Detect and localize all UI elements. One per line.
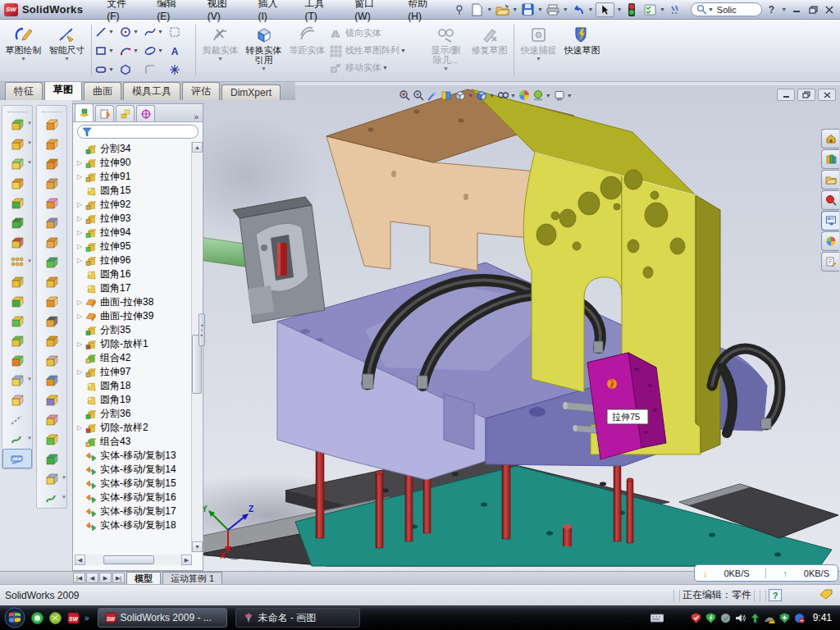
- tool-draft-analysis[interactable]: [37, 173, 66, 193]
- hide-show-items-icon[interactable]: ▼: [497, 89, 517, 102]
- sketch-tool-marquee[interactable]: [168, 22, 193, 41]
- apply-scene-icon[interactable]: ▼: [532, 89, 552, 102]
- tool-construction-line[interactable]: [2, 409, 32, 429]
- scroll-left-button[interactable]: ◀: [75, 555, 85, 565]
- slot-dropdown[interactable]: ▼: [108, 66, 114, 72]
- checker-dropdown[interactable]: ▼: [660, 7, 665, 12]
- tray-updates-icon[interactable]: [720, 613, 731, 623]
- tool-parting-line[interactable]: [37, 212, 66, 232]
- fillet-dropdown[interactable]: ▼: [27, 160, 32, 165]
- sketch-draw-dropdown[interactable]: ▼: [21, 56, 26, 62]
- tool-deform[interactable]: [37, 409, 66, 429]
- open-icon[interactable]: [494, 2, 510, 17]
- tab-scroll-last[interactable]: ▶|: [112, 573, 125, 583]
- tree-item[interactable]: ▷切除-放样2: [73, 421, 204, 435]
- taskpane-solidworks-resources[interactable]: [821, 129, 839, 148]
- tab-scroll-next[interactable]: ▶: [99, 573, 112, 583]
- tray-sync-icon[interactable]: [794, 613, 805, 623]
- tool-shut-off-surface[interactable]: [37, 252, 66, 272]
- move-entities-button[interactable]: 移动实体▼: [329, 59, 424, 76]
- expand-arrow-icon[interactable]: ▷: [77, 173, 85, 180]
- linear-pattern-dropdown[interactable]: ▼: [27, 258, 32, 263]
- trim-entities-dropdown[interactable]: ▼: [217, 56, 223, 62]
- hscroll-thumb[interactable]: [103, 555, 154, 564]
- command-tab[interactable]: 特征: [5, 82, 43, 100]
- smart-dimension-button[interactable]: 智能尺寸▼: [45, 21, 89, 80]
- tool-lofted-boss[interactable]: [2, 193, 32, 212]
- repair-sketch-button[interactable]: 修复草图: [468, 21, 511, 80]
- tree-item[interactable]: ▷曲面-拉伸38: [73, 295, 204, 309]
- quicklaunch-solidworks-icon[interactable]: SW: [67, 612, 80, 624]
- tree-item[interactable]: ▷切除-放样1: [73, 337, 204, 351]
- tree-item[interactable]: 分割34: [73, 142, 204, 156]
- tree-item[interactable]: 实体-移动/复制17: [73, 504, 204, 518]
- help-icon[interactable]: ?: [763, 2, 779, 17]
- tab-configuration-manager[interactable]: [116, 105, 135, 121]
- tool-ruled-surface[interactable]: [37, 153, 66, 173]
- tree-item[interactable]: ▷拉伸91: [73, 170, 204, 184]
- edit-appearance-icon[interactable]: [518, 89, 531, 102]
- tool-spline-green[interactable]: ▼: [37, 488, 66, 508]
- doc-minimize-button[interactable]: [777, 89, 795, 101]
- sketch-tool-line[interactable]: ▼: [94, 22, 119, 41]
- tab-scroll-prev[interactable]: ◀: [86, 573, 98, 583]
- sketch-tool-circle[interactable]: ▼: [119, 22, 144, 41]
- pushpin-icon[interactable]: [451, 2, 468, 17]
- smart-dimension-dropdown[interactable]: ▼: [64, 56, 70, 62]
- section-view-icon[interactable]: [441, 89, 453, 102]
- tool-extruded-cut[interactable]: ▼: [2, 134, 32, 153]
- scroll-down-button[interactable]: ▼: [192, 541, 203, 552]
- tree-horizontal-scrollbar[interactable]: ◀ ▶: [75, 555, 192, 565]
- tree-item[interactable]: 圆角17: [73, 281, 204, 295]
- tool-move-face[interactable]: [37, 370, 66, 390]
- tool-elbow-surface[interactable]: [37, 291, 66, 311]
- tree-item[interactable]: 组合43: [73, 435, 204, 449]
- traffic-light-icon[interactable]: [623, 2, 640, 17]
- command-tab[interactable]: 模具工具: [123, 82, 180, 100]
- menu-item[interactable]: 插入(I): [249, 0, 295, 25]
- panel-splitter[interactable]: ◂▪▸: [199, 313, 205, 346]
- tree-filter-input[interactable]: [77, 125, 199, 139]
- tab-feature-manager[interactable]: [75, 103, 94, 121]
- keyboard-layout-icon[interactable]: [651, 614, 664, 623]
- tree-item[interactable]: 实体-移动/复制16: [73, 491, 204, 504]
- tree-item[interactable]: 圆角18: [73, 379, 204, 393]
- sketch-star-dropdown[interactable]: ▼: [62, 475, 66, 480]
- tree-item[interactable]: ▷拉伸97: [73, 365, 204, 379]
- minimize-button[interactable]: [790, 3, 804, 16]
- reference-geometry-dropdown[interactable]: ▼: [27, 377, 32, 381]
- display-delete-relations-dropdown[interactable]: ▼: [443, 66, 449, 71]
- sketch-tool-text[interactable]: A: [168, 41, 193, 60]
- command-tab[interactable]: 评估: [182, 82, 220, 100]
- sketch-tool-ellipse[interactable]: ▼: [144, 41, 168, 60]
- expand-arrow-icon[interactable]: ▷: [77, 201, 85, 208]
- expand-arrow-icon[interactable]: ▷: [77, 215, 85, 222]
- tree-item[interactable]: ▷曲面-拉伸39: [73, 309, 204, 323]
- tab-dimxpert-manager[interactable]: [136, 105, 155, 121]
- linear-sketch-pattern-button[interactable]: 线性草图阵列▼: [329, 42, 424, 59]
- menu-item[interactable]: 文件(F): [98, 0, 148, 25]
- tool-combine[interactable]: [2, 331, 32, 350]
- apply-scene-dropdown[interactable]: ▼: [546, 93, 551, 98]
- expand-arrow-icon[interactable]: ▷: [77, 299, 85, 306]
- display-style-dropdown[interactable]: ▼: [468, 93, 473, 98]
- tree-item[interactable]: ▷拉伸93: [73, 212, 204, 226]
- tree-item[interactable]: 实体-移动/复制13: [73, 449, 204, 463]
- tool-rib[interactable]: [2, 272, 32, 291]
- tool-hole-wizard[interactable]: [2, 232, 32, 252]
- tree-item[interactable]: 圆角19: [73, 393, 204, 407]
- tool-reference-geometry[interactable]: ▼: [2, 370, 32, 390]
- linear-sketch-pattern-dropdown[interactable]: ▼: [400, 48, 406, 53]
- taskbar-clock[interactable]: 9:41: [813, 612, 832, 623]
- expand-arrow-icon[interactable]: ▷: [77, 340, 85, 348]
- display-delete-relations-button[interactable]: 显示/删除几...▼: [424, 21, 468, 80]
- close-button[interactable]: [823, 3, 837, 16]
- taskpane-custom-properties[interactable]: [821, 252, 839, 272]
- tool-sketch-star[interactable]: ▼: [37, 468, 66, 488]
- tree-item[interactable]: ▷拉伸94: [73, 226, 204, 240]
- taskpane-design-library[interactable]: [821, 149, 839, 169]
- tool-undercut-detect[interactable]: [37, 311, 66, 331]
- tool-core-cylinder[interactable]: [37, 449, 66, 468]
- extruded-cut-dropdown[interactable]: ▼: [27, 140, 32, 145]
- tool-radiate-surface[interactable]: [37, 134, 66, 153]
